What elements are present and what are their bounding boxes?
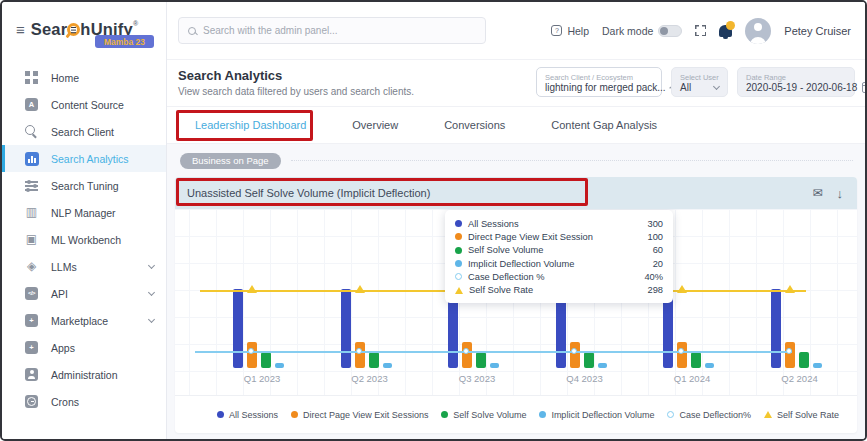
sidebar-item-content-source[interactable]: AContent Source — [2, 91, 166, 118]
legend-item-self-solve-volume[interactable]: Self Solve Volume — [441, 410, 526, 420]
download-icon[interactable]: ↓ — [837, 187, 844, 200]
crons-icon — [24, 395, 39, 408]
hamburger-menu-icon[interactable]: ≡ — [16, 21, 25, 38]
bar-self-solve-volume[interactable] — [584, 352, 594, 368]
page-title: Search Analytics — [178, 68, 414, 83]
sidebar-item-crons[interactable]: Crons — [2, 388, 166, 415]
bar-direct-page-view-exit-sessions[interactable] — [677, 342, 687, 368]
search-input[interactable] — [203, 25, 476, 36]
legend-item-case-deflection[interactable]: Case Deflection% — [667, 410, 751, 420]
date-range-filter[interactable]: Date Range 2020-05-19 - 2020-06-18 — [737, 67, 855, 97]
x-axis-label: Q1 2024 — [652, 373, 732, 384]
case-deflection-marker[interactable] — [571, 348, 577, 354]
bar-self-solve-volume[interactable] — [261, 352, 271, 368]
series-dot-icon — [455, 260, 462, 267]
tab-conversions[interactable]: Conversions — [444, 119, 505, 131]
search-icon — [188, 27, 196, 35]
sidebar-item-home[interactable]: Home — [2, 64, 166, 91]
bar-direct-page-view-exit-sessions[interactable] — [785, 342, 795, 368]
app-window: ≡ SearhUnify® Mamba 23 HomeAContent Sour… — [0, 0, 867, 441]
bar-direct-page-view-exit-sessions[interactable] — [462, 342, 472, 368]
x-axis-label: Q4 2023 — [545, 373, 625, 384]
notification-bell-icon[interactable] — [719, 25, 732, 37]
bar-direct-page-view-exit-sessions[interactable] — [247, 342, 257, 368]
sidebar-item-label: Crons — [51, 396, 154, 408]
ml-workbench-icon: ▣ — [24, 233, 39, 246]
sidebar-item-search-analytics[interactable]: Search Analytics — [2, 145, 166, 172]
fullscreen-icon[interactable] — [695, 25, 706, 36]
case-deflection-marker[interactable] — [356, 348, 362, 354]
case-deflection-marker[interactable] — [463, 348, 469, 354]
content-source-icon: A — [24, 98, 39, 111]
tab-leadership-dashboard[interactable]: Leadership Dashboard — [195, 119, 306, 131]
select-user-filter-value: All — [680, 82, 691, 93]
legend-label: Direct Page View Exit Sessions — [303, 410, 428, 420]
bar-implicit-deflection-volume[interactable] — [705, 363, 714, 368]
business-on-page-pill[interactable]: Business on Page — [180, 153, 281, 169]
bar-self-solve-volume[interactable] — [799, 352, 809, 368]
sidebar-item-administration[interactable]: Administration — [2, 361, 166, 388]
legend-item-direct-page-view-exit-sessions[interactable]: Direct Page View Exit Sessions — [291, 410, 428, 420]
sidebar-item-label: Home — [51, 72, 154, 84]
bar-direct-page-view-exit-sessions[interactable] — [570, 342, 580, 368]
legend-item-self-solve-rate[interactable]: Self Solve Rate — [764, 410, 839, 420]
sidebar-item-nlp-manager[interactable]: ▥NLP Manager — [2, 199, 166, 226]
bar-self-solve-volume[interactable] — [476, 352, 486, 368]
sidebar-item-search-client[interactable]: Search Client — [2, 118, 166, 145]
bar-implicit-deflection-volume[interactable] — [813, 363, 822, 368]
email-report-icon[interactable]: ✉ — [812, 187, 822, 199]
sidebar-item-ml-workbench[interactable]: ▣ML Workbench — [2, 226, 166, 253]
tooltip-row: Self Solve Rate298 — [455, 283, 663, 296]
bar-implicit-deflection-volume[interactable] — [490, 363, 499, 368]
sidebar-item-label: Search Tuning — [51, 180, 154, 192]
bar-self-solve-volume[interactable] — [691, 352, 701, 368]
chart-panel-title: Unassisted Self Solve Volume (Implicit D… — [187, 187, 430, 199]
search-client-filter[interactable]: Search Client / Ecosystem lightning for … — [536, 67, 662, 97]
self-solve-rate-marker[interactable] — [677, 285, 687, 293]
bar-implicit-deflection-volume[interactable] — [383, 363, 392, 368]
dark-mode-toggle[interactable] — [658, 25, 682, 37]
bar-all-sessions[interactable] — [341, 289, 351, 368]
bar-implicit-deflection-volume[interactable] — [598, 363, 607, 368]
select-user-filter[interactable]: Select User All — [671, 67, 728, 97]
legend-label: Case Deflection% — [679, 410, 751, 420]
bar-implicit-deflection-volume[interactable] — [275, 363, 284, 368]
help-button[interactable]: ?Help — [551, 25, 589, 37]
tooltip-series-label: Self Solve Rate — [469, 285, 533, 295]
self-solve-rate-marker[interactable] — [785, 285, 795, 293]
calendar-icon — [862, 82, 867, 93]
bar-all-sessions[interactable] — [771, 289, 781, 368]
user-avatar[interactable] — [745, 18, 771, 44]
series-dot-icon — [455, 233, 462, 240]
sidebar-item-api[interactable]: </>API — [2, 280, 166, 307]
sidebar-item-search-tuning[interactable]: Search Tuning — [2, 172, 166, 199]
tooltip-series-value: 20 — [653, 259, 663, 269]
chevron-down-icon — [713, 82, 720, 89]
tab-content-gap-analysis[interactable]: Content Gap Analysis — [551, 119, 657, 131]
sidebar-item-apps[interactable]: +Apps — [2, 334, 166, 361]
sidebar-item-label: Administration — [51, 369, 154, 381]
search-tuning-icon — [24, 179, 39, 192]
tooltip-row: Implicit Deflection Volume20 — [455, 257, 663, 270]
case-deflection-line[interactable] — [195, 351, 792, 353]
bar-direct-page-view-exit-sessions[interactable] — [355, 342, 365, 368]
bar-all-sessions[interactable] — [233, 289, 243, 368]
tooltip-series-label: Self Solve Volume — [468, 245, 543, 255]
api-icon: </> — [24, 287, 39, 300]
sidebar-item-llms[interactable]: ◈LLMs — [2, 253, 166, 280]
legend-item-implicit-deflection-volume[interactable]: Implicit Deflection Volume — [539, 410, 654, 420]
self-solve-rate-marker[interactable] — [247, 285, 257, 293]
legend-item-all-sessions[interactable]: All Sessions — [217, 410, 278, 420]
case-deflection-marker[interactable] — [678, 348, 684, 354]
case-deflection-marker[interactable] — [248, 348, 254, 354]
case-deflection-marker[interactable] — [786, 348, 792, 354]
topbar-controls: ?Help Dark mode Petey Cruiser — [551, 18, 855, 44]
dotted-divider — [291, 160, 853, 161]
tab-overview[interactable]: Overview — [352, 119, 398, 131]
sidebar-item-label: Apps — [51, 342, 154, 354]
admin-search-box[interactable] — [178, 17, 486, 44]
self-solve-rate-marker[interactable] — [355, 285, 365, 293]
bar-self-solve-volume[interactable] — [369, 352, 379, 368]
search-client-filter-value: lightning for merged pack... — [545, 82, 666, 93]
sidebar-item-marketplace[interactable]: +Marketplace — [2, 307, 166, 334]
